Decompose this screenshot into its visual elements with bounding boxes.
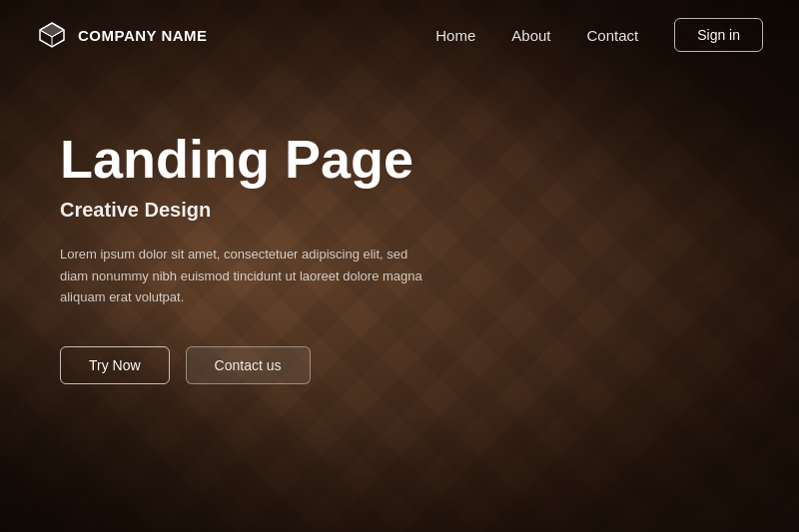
- hero-section: Landing Page Creative Design Lorem ipsum…: [0, 70, 519, 384]
- hero-subtitle: Creative Design: [60, 199, 459, 222]
- brand-name: COMPANY NAME: [78, 27, 208, 44]
- hero-title: Landing Page: [60, 130, 459, 189]
- hero-description: Lorem ipsum dolor sit amet, consectetuer…: [60, 244, 439, 307]
- svg-marker-1: [40, 23, 64, 37]
- brand: COMPANY NAME: [36, 19, 208, 51]
- nav-links: Home About Contact Sign in: [435, 18, 763, 52]
- page-wrapper: COMPANY NAME Home About Contact Sign in …: [0, 0, 799, 532]
- signin-button[interactable]: Sign in: [674, 18, 763, 52]
- nav-link-about[interactable]: About: [511, 27, 550, 44]
- try-now-button[interactable]: Try Now: [60, 346, 170, 384]
- nav-link-contact[interactable]: Contact: [586, 27, 638, 44]
- navbar: COMPANY NAME Home About Contact Sign in: [0, 0, 799, 70]
- hero-buttons: Try Now Contact us: [60, 346, 459, 384]
- logo-icon: [36, 19, 68, 51]
- nav-link-home[interactable]: Home: [435, 27, 475, 44]
- contact-us-button[interactable]: Contact us: [186, 346, 311, 384]
